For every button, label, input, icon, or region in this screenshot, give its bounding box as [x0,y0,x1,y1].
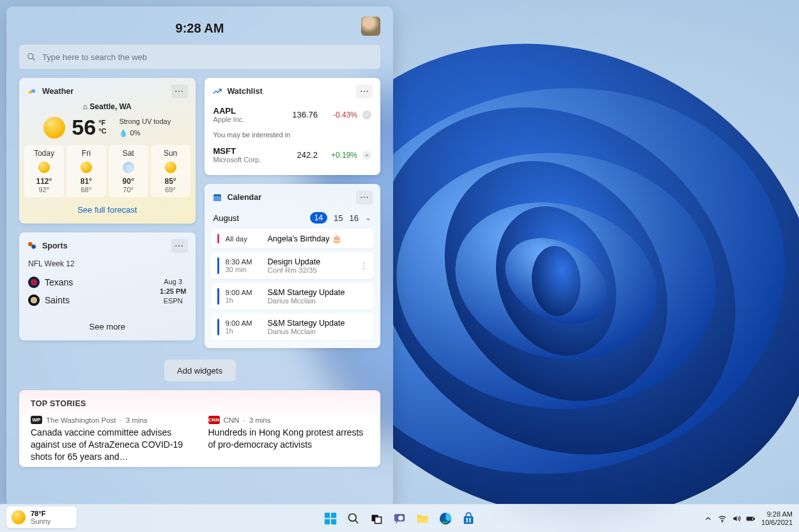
wifi-icon[interactable] [718,514,727,523]
weather-card[interactable]: Weather ⋯ ⌂ Seattle, WA 56 °F °C [19,78,196,224]
svg-point-14 [31,245,36,249]
svg-rect-16 [213,196,221,201]
chevron-down-icon[interactable]: ⌄ [365,213,371,222]
svg-rect-32 [466,520,468,522]
taskbar: 78°F Sunny [0,504,799,532]
weather-title: Weather [42,87,74,96]
calendar-day-selected[interactable]: 14 [310,212,327,224]
svg-point-26 [398,515,403,520]
check-icon[interactable]: ✓ [362,110,371,119]
panel-clock: 9:28 AM [176,21,224,36]
svg-point-34 [722,521,722,522]
calendar-month[interactable]: August [213,213,239,223]
sports-menu-button[interactable]: ⋯ [171,239,188,253]
calendar-title: Calendar [228,193,262,202]
watchlist-row[interactable]: AAPL Apple Inc. 136.76 -0.43% ✓ [213,102,372,127]
volume-icon[interactable] [732,514,741,523]
svg-rect-37 [754,518,754,519]
store-button[interactable] [460,510,477,527]
taskbar-clock[interactable]: 9:28 AM 10/6/2021 [761,510,793,527]
source-badge-icon: CNN [208,416,220,424]
svg-rect-18 [331,512,336,517]
see-more-link[interactable]: See more [19,315,196,340]
story-item[interactable]: CNN CNN · 3 mins Hundreds in Hong Kong p… [208,416,369,463]
calendar-event[interactable]: 9:00 AM1h S&M Startegy UpdateDarius Mccl… [211,283,375,310]
svg-rect-27 [417,517,428,522]
forecast-day[interactable]: Today 112° 92° [24,145,64,197]
svg-rect-24 [375,517,382,523]
droplet-icon: 💧 [119,129,128,137]
partly-cloudy-icon [123,162,134,173]
watchlist-title: Watchlist [228,87,263,96]
chevron-up-icon[interactable] [704,514,713,523]
source-badge-icon: WP [31,416,42,424]
svg-rect-33 [469,520,471,522]
watchlist-menu-button[interactable]: ⋯ [356,84,373,98]
task-view-button[interactable] [368,510,385,527]
edge-button[interactable] [437,510,454,527]
file-explorer-button[interactable] [414,510,431,527]
sports-subtitle: NFL Week 12 [28,259,187,268]
top-stories-title: TOP STORIES [31,399,369,408]
add-widgets-button[interactable]: Add widgets [164,360,236,381]
chat-button[interactable] [391,510,408,527]
sports-card[interactable]: Sports ⋯ NFL Week 12 Texans [19,232,196,340]
svg-point-13 [28,242,33,247]
watchlist-hint: You may be interested in [213,127,372,142]
calendar-event[interactable]: All day Angela's Birthday 🎂 [211,229,375,248]
calendar-event[interactable]: 9:00 AM1h S&M Startegy UpdateDarius Mccl… [211,314,375,340]
calendar-event[interactable]: 8:30 AM30 min Design UpdateConf Rm 32/35… [211,252,375,279]
weather-icon [27,86,37,96]
avatar[interactable] [361,17,380,36]
taskbar-weather[interactable]: 78°F Sunny [6,506,77,528]
top-stories-card[interactable]: TOP STORIES WP The Washington Post · 3 m… [19,390,380,467]
svg-rect-30 [466,518,468,520]
calendar-day[interactable]: 15 [334,213,343,223]
calendar-icon [212,192,222,202]
chart-icon [212,86,222,96]
svg-rect-19 [325,519,330,524]
sun-icon [43,117,65,139]
calendar-menu-button[interactable]: ⋯ [356,190,373,204]
calendar-day[interactable]: 16 [350,213,359,223]
svg-line-11 [33,58,35,61]
sun-icon [165,162,176,173]
svg-point-10 [28,54,33,59]
unit-celsius[interactable]: °C [98,127,106,135]
svg-point-21 [349,513,357,521]
svg-rect-29 [464,516,474,524]
team-row[interactable]: Saints [28,291,160,309]
calendar-card[interactable]: Calendar ⋯ August 14 15 16 ⌄ [205,184,381,348]
svg-marker-35 [733,515,736,521]
start-button[interactable] [322,510,339,527]
team-row[interactable]: Texans [28,273,160,291]
unit-fahrenheit[interactable]: °F [98,119,106,127]
watchlist-card[interactable]: Watchlist ⋯ AAPL Apple Inc. 136.76 -0.43… [205,78,381,175]
more-icon[interactable]: ⋮ [360,264,368,267]
weather-temp: 56 [72,115,96,140]
match-meta: Aug 3 1:25 PM ESPN [160,277,187,306]
sun-icon [81,162,92,173]
search-placeholder: Type here to search the web [42,52,147,62]
search-input[interactable]: Type here to search the web [19,45,380,69]
headline: Hundreds in Hong Kong protest arrests of… [208,427,369,451]
forecast-day[interactable]: Fri 81° 68° [66,145,106,197]
weather-menu-button[interactable]: ⋯ [171,84,188,98]
see-full-forecast-link[interactable]: See full forecast [19,197,196,224]
forecast-day[interactable]: Sun 85° 69° [151,145,190,197]
story-item[interactable]: WP The Washington Post · 3 mins Canada v… [31,416,192,463]
sun-icon [12,510,26,524]
svg-rect-38 [747,517,752,519]
texans-logo-icon [28,277,40,288]
weather-condition: Strong UV today [119,118,171,125]
svg-rect-17 [325,512,330,517]
watchlist-row[interactable]: MSFT Microsoft Corp. 242.2 +0.19% ＋ [213,142,372,167]
battery-icon[interactable] [746,514,755,523]
plus-icon[interactable]: ＋ [362,151,371,160]
svg-rect-20 [331,519,336,524]
forecast-day[interactable]: Sat 90° 70° [109,145,148,197]
svg-rect-31 [469,518,471,520]
taskbar-search-button[interactable] [345,510,362,527]
sun-icon [38,162,50,173]
saints-logo-icon [28,294,40,306]
